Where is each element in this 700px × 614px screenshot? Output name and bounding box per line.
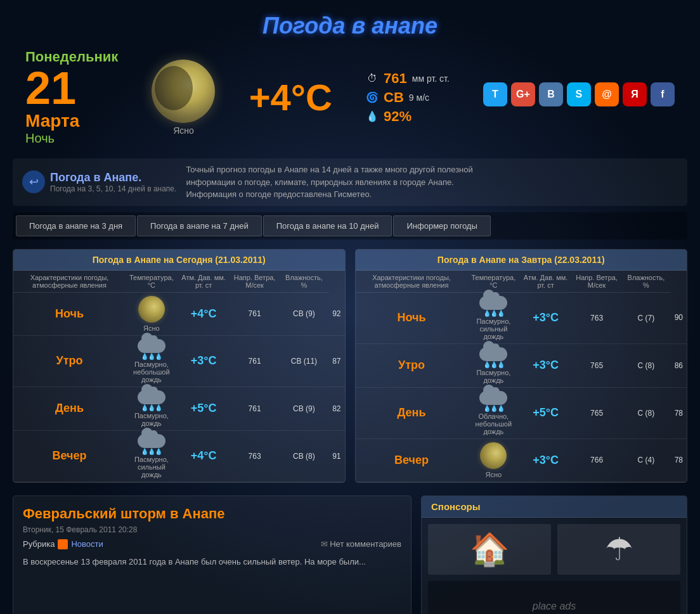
news-title: Февральский шторм в Анапе xyxy=(23,506,401,522)
wind-cell: СВ (9) xyxy=(280,292,328,335)
weather-condition: Облачно, небольшой дождь xyxy=(472,413,516,435)
news-text: В воскресенье 13 февраля 2011 года в Ана… xyxy=(23,556,401,569)
humidity-cell: 86 xyxy=(671,343,687,387)
temperature-cell: +5°C xyxy=(178,387,230,430)
moon-condition: Ясно xyxy=(173,125,194,136)
place-ads[interactable]: place ads xyxy=(428,581,680,615)
wind-speed: 9 м/с xyxy=(409,93,429,103)
temperature-cell: +3°C xyxy=(519,292,572,343)
period-name: Ночь xyxy=(55,307,84,320)
wind-cell: С (8) xyxy=(621,343,670,387)
humidity-cell: 87 xyxy=(328,335,344,387)
temperature-cell: +4°C xyxy=(178,292,230,335)
humidity-cell: 82 xyxy=(328,387,344,430)
news-meta: Рубрика Новости ✉ Нет комментариев xyxy=(23,539,401,549)
logo-icon: ↩ xyxy=(22,170,45,193)
tomorrow-weather-table: Погода в Анапе на Завтра (22.03.2011) Ха… xyxy=(355,249,688,483)
temperature-cell: +3°C xyxy=(519,343,572,387)
yandex-button[interactable]: Я xyxy=(623,82,647,106)
month-name: Марта xyxy=(25,111,118,131)
house-icon: 🏠 xyxy=(470,531,509,568)
today-table: Характеристики погоды, атмосферные явлен… xyxy=(13,271,345,482)
table-row: Утро 💧💧💧 Пасмурно, дождь +3°C 765 С (8) … xyxy=(356,343,687,387)
twitter-button[interactable]: T xyxy=(483,82,507,106)
vk-button[interactable]: В xyxy=(539,82,563,106)
tab-3days[interactable]: Погода в анапе на 3 дня xyxy=(16,215,136,236)
site-tagline: Погода на 3, 5, 10, 14 дней в анапе. xyxy=(50,184,176,193)
sponsors-title: Спонсоры xyxy=(422,496,687,518)
pressure-unit: мм рт. ст. xyxy=(412,74,450,84)
sponsors-section: Спонсоры 🏠 ☂ place ads xyxy=(421,496,687,615)
humidity-row: 💧 92% xyxy=(366,108,450,125)
weather-condition: Ясно xyxy=(129,324,174,332)
today-weather-table: Погода в Анапе на Сегодня (21.03.2011) Х… xyxy=(13,249,346,483)
tab-informer[interactable]: Информер погоды xyxy=(393,215,490,236)
tomorrow-table-title: Погода в Анапе на Завтра (22.03.2011) xyxy=(356,250,687,271)
news-comments: ✉ Нет комментариев xyxy=(321,539,401,549)
news-section: Февральский шторм в Анапе Вторник, 15 Фе… xyxy=(13,496,412,615)
time-of-day: Ночь xyxy=(25,131,118,146)
temperature-cell: +4°C xyxy=(178,430,230,482)
table-row: Ночь 💧💧💧 Пасмурно, сильный дождь +3°C 76… xyxy=(356,292,687,343)
nav-tabs: Погода в анапе на 3 дня Погода в анапе н… xyxy=(13,212,687,240)
col-header-temp: Температура, °С xyxy=(126,271,178,293)
date-section: Понедельник 21 Марта Ночь xyxy=(25,49,118,146)
sponsor-item-1: 🏠 xyxy=(428,524,551,575)
mail-button[interactable]: @ xyxy=(595,82,619,106)
category-link[interactable]: Новости xyxy=(71,539,103,549)
wind-cell: СВ (8) xyxy=(280,430,328,482)
col-header-wind: Напр. Ветра, М/сек xyxy=(572,271,621,293)
news-date: Вторник, 15 Февраль 2011 20:28 xyxy=(23,525,401,534)
news-category: Рубрика Новости xyxy=(23,539,103,549)
pressure-cell: 761 xyxy=(230,292,279,335)
humidity-value: 92% xyxy=(384,108,412,125)
pressure-cell: 761 xyxy=(230,335,279,387)
weather-condition: Пасмурно, сильный дождь xyxy=(129,456,174,478)
site-info-bar: ↩ Погода в Анапе. Погода на 3, 5, 10, 14… xyxy=(13,158,687,206)
period-name: Вечер xyxy=(394,454,429,466)
site-logo: ↩ Погода в Анапе. Погода на 3, 5, 10, 14… xyxy=(22,170,176,193)
pressure-cell: 761 xyxy=(230,387,279,430)
wind-value: СВ xyxy=(384,89,404,106)
facebook-button[interactable]: f xyxy=(651,82,675,106)
google-button[interactable]: G+ xyxy=(511,82,535,106)
sponsor-item-2: ☂ xyxy=(557,524,680,575)
wind-cell: С (4) xyxy=(621,438,670,482)
period-name: Утро xyxy=(56,354,83,367)
tab-10days[interactable]: Погода в анапе на 10 дней xyxy=(263,215,392,236)
wind-cell: СВ (11) xyxy=(280,335,328,387)
humidity-cell: 78 xyxy=(671,438,687,482)
period-name: Утро xyxy=(398,359,425,371)
col-header-pressure: Атм. Дав. мм. рт. ст xyxy=(178,271,230,293)
col-header-pressure: Атм. Дав. мм. рт. ст xyxy=(519,271,572,293)
weather-condition: Пасмурно, дождь xyxy=(129,412,174,427)
top-info-row: Понедельник 21 Марта Ночь Ясно +4°C ⏱ 76… xyxy=(13,42,687,152)
main-temperature: +4°C xyxy=(249,76,332,118)
bottom-section: Февральский шторм в Анапе Вторник, 15 Фе… xyxy=(13,496,687,615)
table-row: Вечер Ясно +3°C 766 С (4) 78 xyxy=(356,438,687,482)
period-name: День xyxy=(55,402,84,414)
weather-icon-cell: 💧💧💧 Пасмурно, дождь xyxy=(468,343,520,387)
table-row: Вечер 💧💧💧 Пасмурно, сильный дождь +4°C 7… xyxy=(13,430,345,482)
weather-condition: Пасмурно, дождь xyxy=(472,369,516,384)
table-row: Ночь Ясно +4°C 761 СВ (9) 92 xyxy=(13,292,345,335)
weather-icon-cell: Ясно xyxy=(468,438,520,482)
category-icon xyxy=(58,539,68,549)
skype-button[interactable]: S xyxy=(567,82,591,106)
weather-icon-cell: Ясно xyxy=(126,292,178,335)
moon-icon xyxy=(152,60,215,123)
pressure-row: ⏱ 761 мм рт. ст. xyxy=(366,70,450,87)
wind-cell: С (7) xyxy=(621,292,670,343)
temperature-cell: +3°C xyxy=(178,335,230,387)
pressure-cell: 765 xyxy=(572,343,621,387)
wind-icon: 🌀 xyxy=(366,91,379,104)
temperature-cell: +5°C xyxy=(519,387,572,438)
day-number: 21 xyxy=(25,65,118,111)
col-header-condition: Характеристики погоды, атмосферные явлен… xyxy=(356,271,468,293)
table-row: День 💧💧💧 Облачно, небольшой дождь +5°C 7… xyxy=(356,387,687,438)
humidity-cell: 78 xyxy=(671,387,687,438)
tab-7days[interactable]: Погода в анапе на 7 дней xyxy=(137,215,262,236)
wind-cell: С (8) xyxy=(621,387,670,438)
site-name[interactable]: Погода в Анапе. xyxy=(50,171,176,184)
col-header-humidity: Влажность, % xyxy=(280,271,328,293)
